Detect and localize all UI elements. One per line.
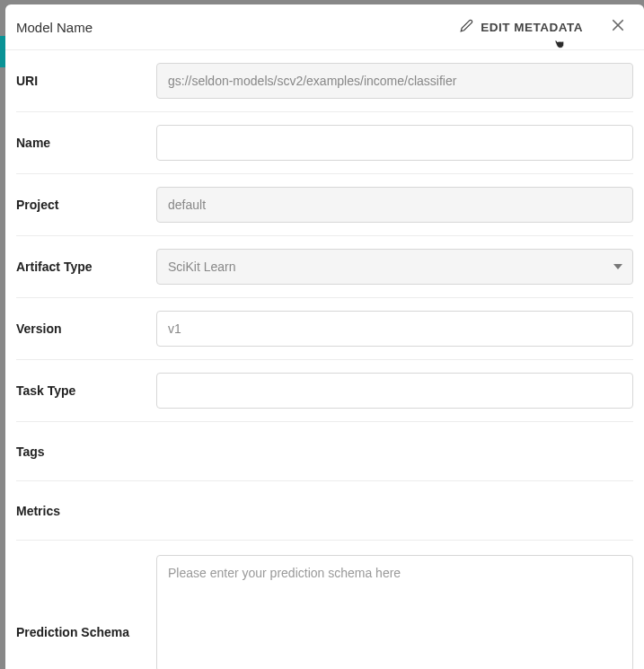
task-type-input[interactable] (156, 373, 633, 409)
artifact-type-select[interactable] (156, 249, 633, 285)
label-version: Version (16, 321, 156, 336)
edit-metadata-button[interactable]: EDIT METADATA (460, 19, 583, 35)
close-icon (610, 17, 626, 37)
prediction-schema-textarea[interactable] (156, 555, 633, 669)
label-metrics: Metrics (16, 504, 156, 518)
version-input[interactable] (156, 311, 633, 347)
modal-header: Model Name EDIT METADATA (5, 4, 644, 50)
row-artifact-type: Artifact Type (16, 236, 633, 298)
pencil-icon (460, 19, 473, 35)
row-uri: URI (16, 50, 633, 112)
model-metadata-modal: Model Name EDIT METADATA URI (5, 4, 644, 669)
label-tags: Tags (16, 445, 156, 459)
uri-input[interactable] (156, 63, 633, 99)
row-prediction-schema: Prediction Schema (16, 541, 633, 669)
edit-metadata-label: EDIT METADATA (481, 21, 583, 34)
label-prediction-schema: Prediction Schema (16, 555, 156, 639)
row-version: Version (16, 298, 633, 360)
project-input[interactable] (156, 187, 633, 223)
row-name: Name (16, 112, 633, 174)
modal-body: URI Name Project Artifact Type (5, 50, 644, 669)
label-artifact-type: Artifact Type (16, 260, 156, 274)
row-metrics: Metrics (16, 481, 633, 541)
row-project: Project (16, 174, 633, 236)
name-input[interactable] (156, 125, 633, 161)
close-button[interactable] (608, 17, 628, 37)
row-tags: Tags (16, 422, 633, 481)
label-name: Name (16, 136, 156, 150)
label-uri: URI (16, 74, 156, 88)
row-task-type: Task Type (16, 360, 633, 422)
modal-title: Model Name (16, 20, 460, 35)
label-task-type: Task Type (16, 383, 156, 398)
label-project: Project (16, 198, 156, 212)
